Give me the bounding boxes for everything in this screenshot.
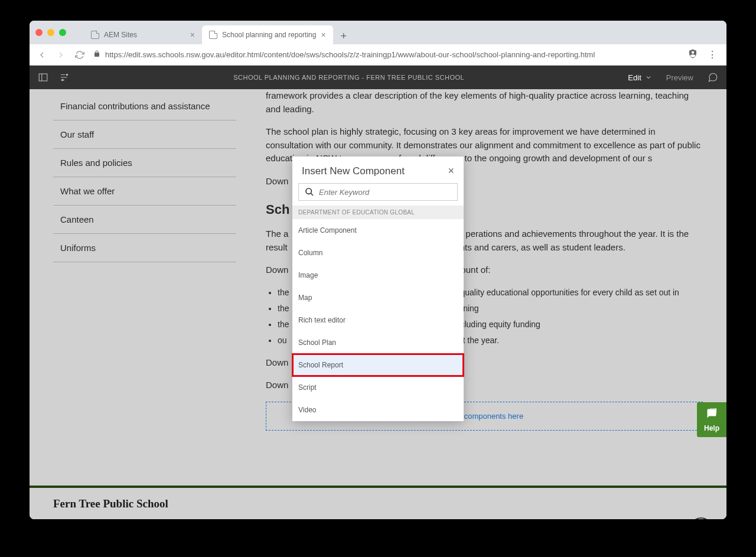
component-option[interactable]: Video <box>292 399 464 421</box>
sidepanel-toggle-icon[interactable] <box>38 72 48 83</box>
component-option[interactable]: Image <box>292 264 464 286</box>
side-nav-item[interactable]: Canteen <box>53 206 236 234</box>
side-nav-item[interactable]: Rules and policies <box>53 149 236 177</box>
page-info-icon[interactable] <box>59 72 70 83</box>
component-option[interactable]: School Plan <box>292 331 464 354</box>
profile-icon[interactable] <box>687 48 699 61</box>
reload-button[interactable] <box>74 50 85 60</box>
side-nav-item[interactable]: What we offer <box>53 177 236 206</box>
component-option[interactable]: Rich text editor <box>292 309 464 331</box>
browser-tab-bar: AEM Sites × School planning and reportin… <box>30 21 726 44</box>
menu-icon[interactable]: ⋮ <box>708 49 719 60</box>
aem-toolbar: SCHOOL PLANNING AND REPORTING - FERN TRE… <box>30 66 726 89</box>
footer: Fern Tree Public School <box>30 486 726 519</box>
component-option[interactable]: Script <box>292 376 464 399</box>
side-nav-item[interactable]: Our staff <box>53 120 236 149</box>
component-option[interactable]: Column <box>292 242 464 264</box>
url-text[interactable]: https://edit.sws.schools.nsw.gov.au/edit… <box>105 50 595 59</box>
svg-rect-0 <box>39 74 47 81</box>
traffic-lights <box>35 29 66 36</box>
lock-icon <box>93 50 100 60</box>
close-icon[interactable]: × <box>321 30 325 40</box>
svg-point-5 <box>66 74 67 75</box>
back-button[interactable] <box>37 50 47 60</box>
dialog-title: Insert New Component <box>302 165 405 177</box>
chat-icon <box>697 408 726 422</box>
tab-label: AEM Sites <box>104 31 137 39</box>
svg-point-6 <box>62 79 63 80</box>
edit-mode-dropdown[interactable]: Edit <box>628 73 651 82</box>
new-tab-button[interactable]: + <box>335 28 352 44</box>
side-nav: Financial contributions and assistance O… <box>53 89 236 519</box>
component-option[interactable]: Map <box>292 286 464 309</box>
window-close-button[interactable] <box>35 29 43 36</box>
page-title: SCHOOL PLANNING AND REPORTING - FERN TRE… <box>70 74 628 81</box>
address-bar: https://edit.sws.schools.nsw.gov.au/edit… <box>30 44 726 66</box>
browser-tab[interactable]: School planning and reporting × <box>202 25 333 44</box>
annotate-icon[interactable] <box>708 72 718 83</box>
footer-title: Fern Tree Public School <box>53 497 168 510</box>
insert-component-dialog: Insert New Component × DEPARTMENT OF EDU… <box>292 157 464 421</box>
component-option[interactable]: Article Component <box>292 219 464 242</box>
help-widget[interactable]: Help <box>697 402 726 437</box>
page-icon <box>91 31 99 39</box>
side-nav-item[interactable]: Financial contributions and assistance <box>53 92 236 120</box>
search-input-wrap[interactable] <box>298 183 458 201</box>
forward-button[interactable] <box>56 50 66 60</box>
close-icon[interactable]: × <box>448 165 454 177</box>
window-minimize-button[interactable] <box>47 29 54 36</box>
svg-line-8 <box>311 193 313 196</box>
component-group-header: DEPARTMENT OF EDUCATION GLOBAL <box>292 206 464 219</box>
side-nav-item[interactable]: Uniforms <box>53 234 236 262</box>
page-icon <box>209 31 217 39</box>
help-label: Help <box>697 424 726 432</box>
component-option-school-report[interactable]: School Report <box>292 354 464 376</box>
browser-tab[interactable]: AEM Sites × <box>84 25 202 44</box>
chevron-down-icon <box>645 74 652 81</box>
tab-label: School planning and reporting <box>222 31 316 39</box>
window-maximize-button[interactable] <box>59 29 66 36</box>
close-icon[interactable]: × <box>190 30 195 40</box>
search-icon <box>305 187 314 197</box>
search-input[interactable] <box>319 188 451 197</box>
preview-button[interactable]: Preview <box>666 73 693 82</box>
svg-point-7 <box>306 188 311 194</box>
body-text: framework provides a clear description o… <box>266 89 703 116</box>
